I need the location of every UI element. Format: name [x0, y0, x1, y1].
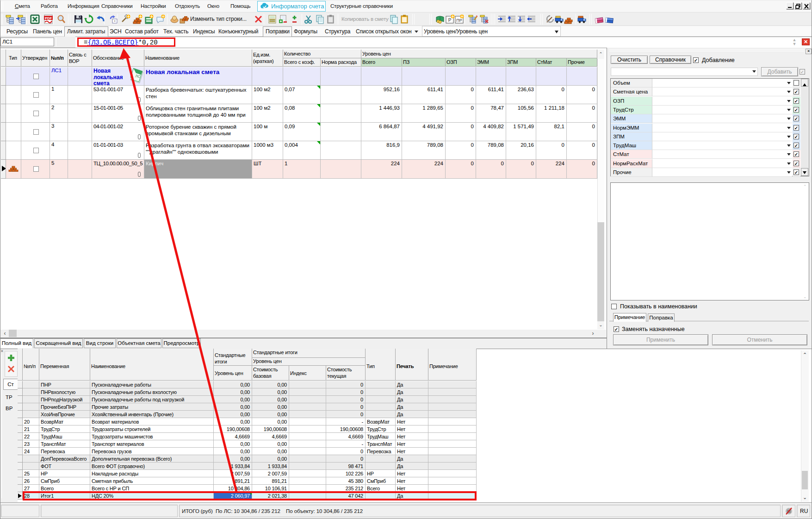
svg-text:ЛС: ЛС: [135, 74, 141, 79]
svg-text:PDF: PDF: [45, 16, 52, 20]
svg-text:*: *: [114, 19, 115, 24]
svg-text:ПР: ПР: [456, 18, 462, 23]
svg-text:P: P: [448, 18, 452, 23]
